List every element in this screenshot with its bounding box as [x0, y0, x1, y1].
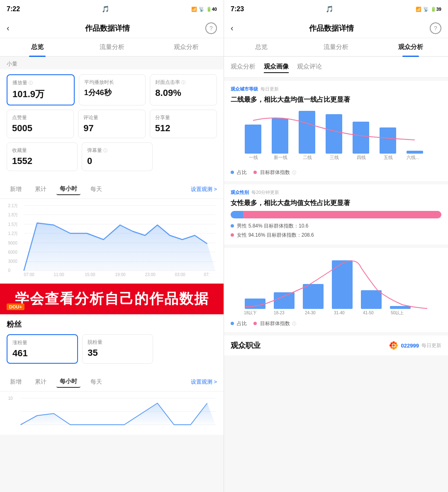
sub-tab-analysis[interactable]: 观众分析	[231, 61, 256, 73]
fans-chart-svg: 10	[7, 395, 217, 428]
right-tab-audience[interactable]: 观众分析	[373, 38, 448, 56]
svg-text:10: 10	[8, 396, 13, 401]
chart-tab-new[interactable]: 新增	[7, 184, 25, 195]
line-chart-svg: 2.1万 1.8万 1.5万 1.2万 9000 6000 3000 0	[7, 202, 217, 277]
play-count-label: 播放量 ⓘ	[12, 79, 69, 86]
fans-line-chart: 10	[0, 392, 224, 435]
profession-title: 观众职业	[231, 340, 261, 350]
svg-text:三线: 三线	[330, 155, 339, 160]
left-back-button[interactable]: ‹	[7, 23, 10, 33]
gender-bar-female	[243, 211, 441, 218]
profession-meta: 022999 每日更新	[389, 340, 441, 350]
left-status-icons: 📶 📡 🔋40	[191, 7, 217, 12]
chart-tab-cumulative[interactable]: 累计	[32, 184, 50, 195]
female-index: 目标群体指数：208.6	[267, 232, 314, 238]
right-back-button[interactable]: ‹	[231, 23, 234, 33]
svg-text:15:00: 15:00	[85, 272, 95, 277]
left-page-header: ‹ 作品数据详情 ?	[0, 18, 224, 38]
sub-tab-portrait[interactable]: 观众画像	[264, 61, 289, 73]
chart-settings-button[interactable]: 设置观测 >	[191, 186, 217, 193]
svg-point-54	[392, 341, 395, 344]
comment-card: 评论量 97	[78, 110, 145, 138]
red-banner: 学会查看分析自己的作品数据 DOU+	[0, 284, 224, 314]
city-bar-chart-wrapper: 一线 新一线 二线 三线 四线 五线 六线...	[231, 106, 441, 166]
gender-bar	[231, 211, 441, 218]
city-ratio-dot	[231, 171, 234, 174]
right-tab-traffic[interactable]: 流量分析	[299, 38, 373, 56]
share-label: 分享量	[155, 114, 212, 121]
age-chart-wrapper: 18以下 18-23 24-30 31-40 41-50 50以上	[231, 253, 441, 317]
sub-tab-comment[interactable]: 观众评论	[297, 61, 322, 73]
profession-update: 每日更新	[421, 342, 441, 349]
right-tab-overview[interactable]: 总览	[224, 38, 299, 56]
svg-text:50以上: 50以上	[391, 311, 404, 315]
gender-update-info: 每20分钟更新	[251, 189, 279, 196]
svg-point-57	[395, 344, 398, 347]
profession-header: 观众职业 022999 每日更新	[231, 340, 441, 350]
right-panel: 7:23 🎵 📶 📡 🔋39 ‹ 作品数据详情 ? 总览 流量分析 观众分析 观…	[224, 0, 448, 492]
left-section-label: 小量	[0, 57, 224, 69]
gender-title: 女性最多，相比大盘均值女性占比更显著	[231, 199, 441, 208]
right-time: 7:23	[231, 5, 244, 13]
battery-icon: 🔋40	[206, 7, 217, 12]
fans-chart-tab-cumulative[interactable]: 累计	[32, 377, 50, 387]
wifi-icon: 📡	[199, 7, 205, 12]
svg-text:24-30: 24-30	[305, 311, 316, 315]
left-tab-traffic[interactable]: 流量分析	[75, 38, 149, 56]
svg-rect-31	[353, 122, 369, 154]
fans-chart-tab-daily[interactable]: 每天	[87, 377, 105, 387]
red-banner-text: 学会查看分析自己的作品数据	[15, 289, 209, 308]
gender-section: 观众性别 每20分钟更新 女性最多，相比大盘均值女性占比更显著 男性 5.84%…	[224, 184, 448, 245]
age-info-icon: ⓘ	[292, 321, 296, 326]
gender-stats: 男性 5.84% 目标群体指数：10.6 女性 94.16% 目标群体指数：20…	[231, 222, 441, 240]
age-section: 18以下 18-23 24-30 31-40 41-50 50以上 占比 目标群…	[224, 248, 448, 332]
left-help-button[interactable]: ?	[205, 22, 217, 34]
svg-text:41-50: 41-50	[363, 311, 374, 315]
svg-text:1.8万: 1.8万	[8, 213, 18, 217]
city-bar-chart-svg: 一线 新一线 二线 三线 四线 五线 六线...	[231, 106, 441, 164]
city-meta: 观众城市等级 每日更新	[231, 86, 441, 92]
left-panel: 7:22 🎵 📶 📡 🔋40 ‹ 作品数据详情 ? 总览 流量分析 观众分析 小…	[0, 0, 224, 492]
svg-text:07:00: 07:00	[24, 272, 34, 277]
city-index-dot	[253, 171, 257, 174]
svg-rect-45	[361, 290, 382, 309]
svg-text:四线: 四线	[357, 155, 366, 160]
svg-point-61	[394, 347, 397, 349]
flower-logo	[389, 340, 399, 350]
female-stat: 女性 94.16% 目标群体指数：208.6	[231, 231, 441, 240]
fans-chart-tab-new[interactable]: 新增	[7, 377, 25, 387]
left-line-chart: 2.1万 1.8万 1.5万 1.2万 9000 6000 3000 0	[0, 199, 224, 284]
svg-rect-32	[380, 127, 396, 154]
fans-title: 粉丝	[7, 319, 217, 329]
left-tab-audience[interactable]: 观众分析	[149, 38, 224, 56]
city-meta-label: 观众城市等级	[231, 86, 258, 92]
collect-card: 收藏量 1552	[7, 142, 78, 171]
left-tab-overview[interactable]: 总览	[0, 38, 75, 56]
collect-label: 收藏量	[12, 147, 72, 154]
left-tabs: 总览 流量分析 观众分析	[0, 38, 224, 57]
avg-play-value: 1分46秒	[84, 88, 141, 98]
fans-chart-settings[interactable]: 设置观测 >	[191, 378, 217, 386]
svg-text:五线: 五线	[384, 155, 393, 160]
right-help-button[interactable]: ?	[430, 22, 441, 34]
chart-tab-daily[interactable]: 每天	[87, 184, 105, 195]
svg-rect-42	[274, 292, 295, 309]
info-icon: ⓘ	[29, 80, 33, 86]
chart-tab-hourly[interactable]: 每小时	[56, 184, 80, 195]
share-card: 分享量 512	[150, 110, 217, 138]
city-update-info: 每日更新	[261, 86, 279, 92]
lose-fans-card: 脱粉量 35	[82, 334, 153, 364]
svg-text:07:: 07:	[204, 272, 210, 277]
svg-text:一线: 一线	[249, 155, 258, 160]
svg-text:0: 0	[8, 268, 11, 273]
age-ratio-dot	[231, 322, 234, 325]
right-signal-icon: 📶	[416, 7, 421, 12]
male-index: 目标群体指数：10.6	[264, 223, 308, 229]
female-dot	[231, 233, 234, 237]
fans-chart-tab-hourly[interactable]: 每小时	[56, 376, 80, 388]
city-tier-section: 观众城市等级 每日更新 二线最多，相比大盘均值一线占比更显著	[224, 81, 448, 181]
gain-fans-card: 涨粉量 461	[7, 334, 78, 364]
svg-rect-43	[303, 284, 324, 309]
svg-text:3000: 3000	[8, 259, 18, 264]
svg-text:31-40: 31-40	[334, 311, 345, 315]
